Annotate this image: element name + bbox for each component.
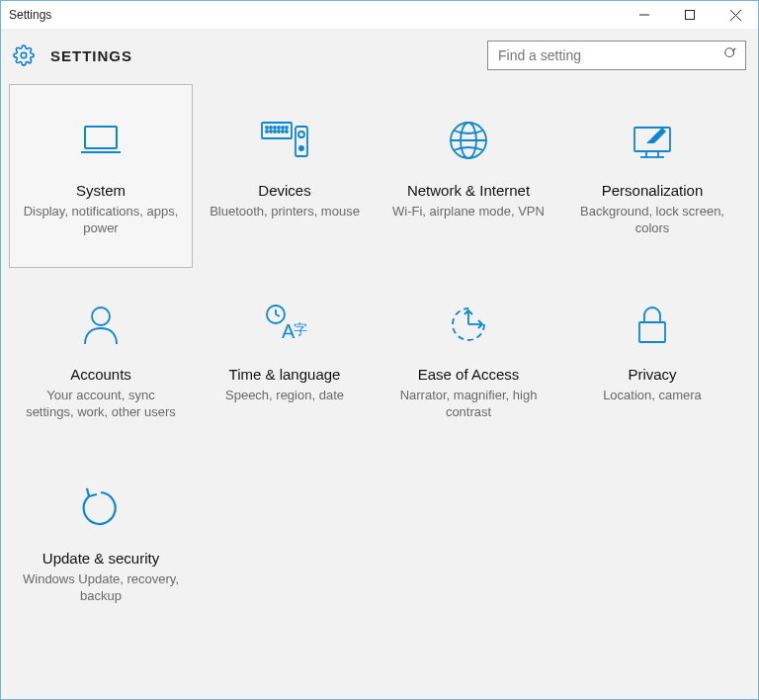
svg-point-5: [725, 48, 734, 57]
svg-point-32: [92, 307, 110, 325]
tile-personalization[interactable]: Personalization Background, lock screen,…: [560, 84, 744, 268]
tile-subtitle: Windows Update, recovery, backup: [10, 571, 192, 605]
svg-point-15: [286, 127, 288, 129]
tile-subtitle: Narrator, magnifier, high contrast: [378, 388, 559, 421]
globe-icon: [447, 113, 490, 168]
titlebar: Settings: [1, 1, 758, 29]
refresh-icon: [79, 481, 123, 536]
svg-rect-40: [639, 322, 665, 342]
tile-network[interactable]: Network & Internet Wi-Fi, airplane mode,…: [377, 84, 560, 268]
tile-subtitle: Display, notifications, apps, power: [10, 204, 192, 237]
svg-text:字: 字: [294, 321, 307, 337]
tile-title: Devices: [258, 182, 310, 200]
window-title: Settings: [9, 8, 51, 22]
svg-point-23: [298, 131, 304, 137]
tile-title: Accounts: [70, 366, 131, 384]
page-title: SETTINGS: [50, 47, 132, 64]
search-icon: [723, 46, 737, 64]
tile-subtitle: Speech, region, date: [213, 388, 356, 404]
svg-point-19: [278, 131, 280, 132]
svg-point-10: [266, 127, 268, 129]
svg-point-13: [278, 127, 280, 129]
svg-point-24: [299, 146, 303, 150]
tile-subtitle: Wi-Fi, airplane mode, VPN: [380, 204, 556, 220]
tile-time-language[interactable]: A 字 Time & language Speech, region, date: [193, 268, 377, 452]
svg-line-35: [276, 314, 280, 316]
personalization-icon: [629, 113, 676, 168]
tile-privacy[interactable]: Privacy Location, camera: [560, 268, 744, 452]
minimize-button[interactable]: [622, 1, 667, 29]
svg-point-17: [270, 131, 272, 132]
time-language-icon: A 字: [262, 297, 307, 352]
settings-grid: System Display, notifications, apps, pow…: [1, 84, 758, 699]
tile-update-security[interactable]: Update & security Windows Update, recove…: [9, 452, 193, 636]
svg-point-12: [274, 127, 276, 129]
tile-system[interactable]: System Display, notifications, apps, pow…: [9, 84, 193, 268]
svg-point-18: [274, 131, 276, 132]
tile-subtitle: Location, camera: [591, 388, 714, 404]
ease-of-access-icon: [447, 297, 490, 352]
search-input[interactable]: [496, 46, 723, 64]
svg-rect-7: [85, 127, 117, 148]
svg-point-11: [270, 127, 272, 129]
window-controls: [622, 1, 758, 29]
tile-title: Ease of Access: [418, 366, 520, 384]
svg-point-4: [21, 52, 27, 58]
search-box[interactable]: [487, 41, 746, 70]
tile-subtitle: Background, lock screen, colors: [561, 204, 743, 237]
tile-title: Update & security: [42, 550, 159, 568]
tile-accounts[interactable]: Accounts Your account, sync settings, wo…: [9, 268, 193, 452]
header: SETTINGS: [1, 29, 758, 84]
maximize-button[interactable]: [667, 1, 713, 29]
tile-title: Privacy: [628, 366, 676, 384]
tile-ease-of-access[interactable]: Ease of Access Narrator, magnifier, high…: [377, 268, 560, 452]
svg-point-16: [266, 131, 268, 132]
tile-subtitle: Your account, sync settings, work, other…: [10, 388, 192, 421]
gear-icon: [13, 44, 35, 66]
svg-rect-1: [686, 11, 695, 20]
settings-window: Settings SETTINGS: [0, 0, 759, 700]
tile-title: Time & language: [229, 366, 341, 384]
tile-title: System: [76, 182, 126, 200]
close-button[interactable]: [713, 1, 758, 29]
tile-devices[interactable]: Devices Bluetooth, printers, mouse: [193, 84, 377, 268]
tile-title: Personalization: [602, 182, 704, 200]
person-icon: [80, 297, 122, 352]
lock-icon: [633, 297, 671, 352]
laptop-icon: [77, 113, 125, 168]
svg-point-20: [282, 131, 284, 132]
devices-icon: [259, 113, 310, 168]
header-left: SETTINGS: [13, 44, 132, 66]
svg-point-14: [282, 127, 284, 129]
tile-title: Network & Internet: [407, 182, 530, 200]
svg-point-21: [286, 131, 288, 132]
tile-subtitle: Bluetooth, printers, mouse: [198, 204, 372, 220]
